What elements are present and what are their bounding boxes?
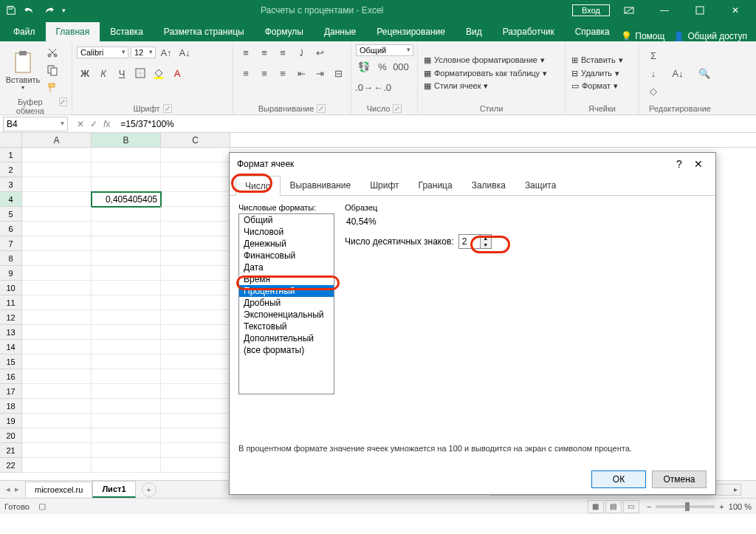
dialog-tab-font[interactable]: Шрифт bbox=[360, 175, 408, 195]
merge-button[interactable]: ⊟ bbox=[330, 65, 346, 81]
cell[interactable] bbox=[161, 222, 230, 236]
row-header[interactable]: 18 bbox=[0, 399, 22, 414]
cell[interactable] bbox=[22, 281, 92, 295]
italic-button[interactable]: К bbox=[95, 65, 111, 81]
cell[interactable] bbox=[92, 384, 161, 399]
sheet-tab-1[interactable]: microexcel.ru bbox=[25, 482, 92, 497]
cell[interactable] bbox=[22, 384, 92, 399]
cell[interactable] bbox=[161, 310, 230, 325]
cell[interactable] bbox=[22, 251, 92, 266]
row-header[interactable]: 14 bbox=[0, 340, 22, 355]
view-page-break-button[interactable]: ▭ bbox=[623, 500, 639, 513]
insert-cells-button[interactable]: ⊞Вставить ▾ bbox=[571, 54, 623, 67]
align-bottom-button[interactable]: ≡ bbox=[275, 44, 291, 61]
cell[interactable] bbox=[92, 428, 161, 443]
alignment-launcher[interactable]: ⤢ bbox=[317, 104, 326, 113]
tell-me-button[interactable]: 💡Помощ bbox=[621, 31, 664, 41]
format-list-item[interactable]: Общий bbox=[239, 214, 334, 226]
tab-formulas[interactable]: Формулы bbox=[255, 22, 314, 41]
align-top-button[interactable]: ≡ bbox=[238, 44, 254, 61]
col-header-c[interactable]: C bbox=[161, 133, 230, 147]
align-right-button[interactable]: ≡ bbox=[275, 65, 291, 81]
cell[interactable] bbox=[161, 428, 230, 443]
cell[interactable] bbox=[161, 177, 230, 192]
cell[interactable] bbox=[92, 162, 161, 177]
format-list-item[interactable]: Денежный bbox=[239, 238, 334, 250]
cell[interactable] bbox=[22, 310, 92, 325]
cell[interactable] bbox=[161, 399, 230, 414]
decrease-font-button[interactable]: A↓ bbox=[176, 44, 193, 61]
cell[interactable] bbox=[161, 340, 230, 355]
cell[interactable] bbox=[92, 399, 161, 414]
format-list-item[interactable]: Экспоненциальный bbox=[239, 309, 334, 321]
cell[interactable] bbox=[161, 384, 230, 399]
cell[interactable] bbox=[92, 281, 161, 295]
ok-button[interactable]: ОК bbox=[591, 470, 646, 488]
sheet-nav-prev[interactable]: ◂ bbox=[6, 485, 10, 494]
autosum-button[interactable]: Σ bbox=[645, 48, 662, 64]
increase-decimal-button[interactable]: .0→ bbox=[356, 79, 372, 95]
dialog-tab-fill[interactable]: Заливка bbox=[462, 175, 515, 195]
save-icon[interactable] bbox=[6, 5, 16, 16]
macro-record-icon[interactable]: ▢ bbox=[38, 502, 46, 511]
font-name-combo[interactable]: Calibri bbox=[77, 47, 128, 58]
tab-help[interactable]: Справка bbox=[565, 22, 620, 41]
share-button[interactable]: 👤Общий доступ bbox=[673, 31, 747, 41]
format-list-item[interactable]: Дата bbox=[239, 261, 334, 273]
decrease-decimal-button[interactable]: ←.0 bbox=[374, 79, 391, 95]
row-header[interactable]: 22 bbox=[0, 458, 22, 473]
comma-button[interactable]: 000 bbox=[393, 58, 409, 75]
accept-formula-icon[interactable]: ✓ bbox=[90, 119, 97, 129]
col-header-a[interactable]: A bbox=[22, 133, 92, 147]
cell[interactable] bbox=[92, 355, 161, 369]
cell[interactable] bbox=[92, 414, 161, 428]
copy-button[interactable] bbox=[44, 62, 61, 78]
paste-button[interactable]: Вставить ▾ bbox=[4, 50, 41, 91]
row-header[interactable]: 12 bbox=[0, 310, 22, 325]
cell[interactable] bbox=[92, 222, 161, 236]
decimals-input[interactable] bbox=[459, 235, 480, 248]
cell[interactable] bbox=[22, 355, 92, 369]
fill-color-button[interactable] bbox=[151, 65, 167, 81]
undo-icon[interactable] bbox=[24, 5, 35, 16]
tab-insert[interactable]: Вставка bbox=[100, 22, 154, 41]
format-painter-button[interactable] bbox=[44, 80, 61, 96]
conditional-formatting-button[interactable]: ▦Условное форматирование ▾ bbox=[424, 54, 547, 67]
currency-button[interactable]: 💱 bbox=[356, 58, 372, 75]
name-box[interactable]: B4 bbox=[3, 117, 68, 131]
border-button[interactable] bbox=[132, 65, 148, 81]
row-header[interactable]: 21 bbox=[0, 443, 22, 458]
tab-home[interactable]: Главная bbox=[46, 22, 100, 41]
cell[interactable] bbox=[161, 325, 230, 340]
cell[interactable] bbox=[22, 325, 92, 340]
row-header[interactable]: 2 bbox=[0, 162, 22, 177]
row-header[interactable]: 3 bbox=[0, 177, 22, 192]
format-list-item[interactable]: Числовой bbox=[239, 226, 334, 238]
row-header[interactable]: 6 bbox=[0, 222, 22, 236]
format-list-item[interactable]: Дополнительный bbox=[239, 332, 334, 344]
cell[interactable] bbox=[161, 458, 230, 473]
row-header[interactable]: 4 bbox=[0, 192, 22, 207]
sheet-nav-next[interactable]: ▸ bbox=[15, 485, 19, 494]
cell[interactable] bbox=[22, 162, 92, 177]
cell[interactable] bbox=[161, 236, 230, 251]
row-header[interactable]: 17 bbox=[0, 384, 22, 399]
cell[interactable] bbox=[161, 148, 230, 162]
cell[interactable] bbox=[161, 295, 230, 310]
cell[interactable] bbox=[22, 458, 92, 473]
number-format-list[interactable]: ОбщийЧисловойДенежныйФинансовыйДатаВремя… bbox=[238, 213, 334, 394]
spinner-down[interactable]: ▼ bbox=[481, 242, 491, 248]
cell[interactable] bbox=[161, 192, 230, 207]
cancel-formula-icon[interactable]: ✕ bbox=[77, 119, 84, 129]
cell[interactable] bbox=[92, 310, 161, 325]
view-page-layout-button[interactable]: ▤ bbox=[605, 500, 622, 513]
font-size-combo[interactable]: 12 bbox=[131, 47, 156, 58]
scroll-right-arrow[interactable]: ▸ bbox=[730, 485, 740, 493]
row-header[interactable]: 10 bbox=[0, 281, 22, 295]
cell[interactable] bbox=[22, 207, 92, 222]
format-as-table-button[interactable]: ▦Форматировать как таблицу ▾ bbox=[424, 67, 547, 81]
increase-font-button[interactable]: A↑ bbox=[158, 44, 174, 61]
cell[interactable] bbox=[22, 148, 92, 162]
sort-filter-button[interactable]: A↓ bbox=[667, 66, 688, 82]
format-list-item[interactable]: Текстовый bbox=[239, 321, 334, 332]
